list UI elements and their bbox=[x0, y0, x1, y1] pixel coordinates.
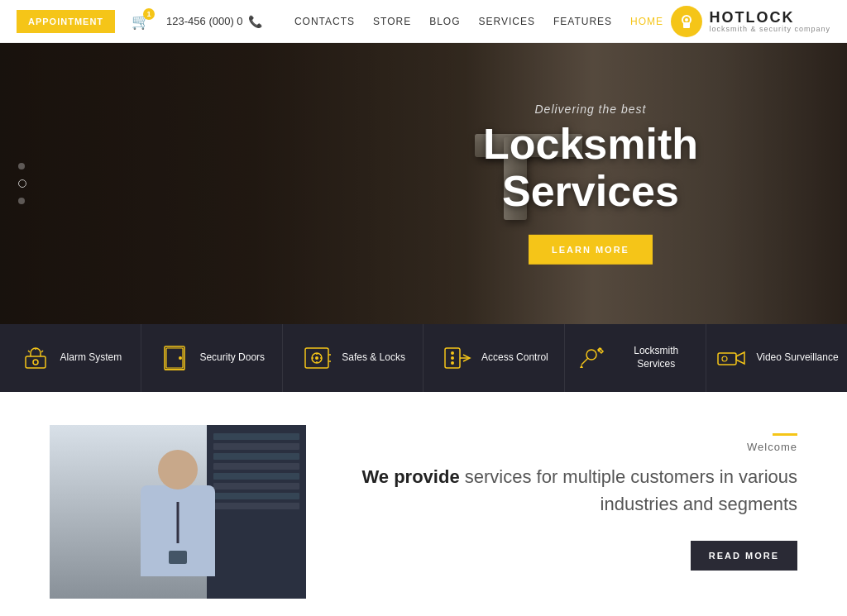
safe-icon bbox=[300, 341, 333, 375]
service-surveillance[interactable]: Video Surveillance bbox=[706, 324, 847, 392]
logo-icon bbox=[671, 6, 702, 37]
cart-icon-wrap[interactable]: 🛒 1 bbox=[132, 12, 150, 31]
hero-title: Locksmith Services bbox=[483, 121, 698, 215]
header: APPOINTMENT 🛒 1 123-456 (000) 0 📞 CONTAC… bbox=[0, 0, 847, 43]
nav-home[interactable]: HOME bbox=[630, 16, 663, 27]
welcome-line bbox=[773, 433, 797, 436]
svg-point-24 bbox=[451, 361, 454, 365]
lock-icon bbox=[677, 12, 696, 31]
camera-icon bbox=[715, 341, 748, 375]
svg-point-14 bbox=[315, 356, 318, 360]
svg-point-23 bbox=[451, 356, 454, 360]
tech-lanyard bbox=[177, 502, 179, 543]
svg-line-7 bbox=[28, 351, 30, 352]
welcome-heading: We provide services for multiple custome… bbox=[356, 463, 797, 518]
hero-dot-2[interactable] bbox=[18, 179, 26, 188]
logo-subtitle: locksmith & security company bbox=[709, 25, 830, 33]
hero-dot-3[interactable] bbox=[18, 198, 25, 204]
cart-badge: 1 bbox=[143, 8, 155, 20]
access-icon bbox=[440, 341, 473, 375]
learn-more-button[interactable]: LEARN MORE bbox=[529, 235, 653, 265]
nav-features[interactable]: FEATURES bbox=[553, 16, 612, 27]
hero-section: Delivering the best Locksmith Services L… bbox=[0, 43, 847, 324]
alarm-icon bbox=[19, 341, 52, 375]
appointment-button[interactable]: APPOINTMENT bbox=[17, 10, 115, 33]
hero-overlay bbox=[0, 43, 847, 324]
svg-point-1 bbox=[685, 18, 688, 21]
logo: HOTLOCK locksmith & security company bbox=[671, 6, 830, 37]
technician-person bbox=[120, 450, 236, 599]
service-locksmith[interactable]: Locksmith Services bbox=[565, 324, 706, 392]
service-locksmith-label: Locksmith Services bbox=[615, 345, 697, 370]
service-alarm-label: Alarm System bbox=[60, 351, 122, 365]
service-access-label: Access Control bbox=[481, 351, 548, 365]
service-alarm[interactable]: Alarm System bbox=[0, 324, 141, 392]
read-more-button[interactable]: READ MORE bbox=[691, 541, 797, 571]
logo-text: HOTLOCK locksmith & security company bbox=[709, 10, 830, 33]
nav-blog[interactable]: BLOG bbox=[429, 16, 460, 27]
locksmith-icon bbox=[573, 341, 606, 375]
svg-rect-3 bbox=[26, 356, 45, 368]
welcome-section: Welcome We provide services for multiple… bbox=[0, 392, 847, 616]
services-bar: Alarm System Security Doors Safes & Lock… bbox=[0, 324, 847, 392]
welcome-label: Welcome bbox=[747, 441, 797, 453]
welcome-bold: We provide bbox=[361, 466, 459, 487]
door-icon bbox=[158, 341, 191, 375]
service-safes-label: Safes & Locks bbox=[342, 351, 405, 365]
tech-badge bbox=[169, 551, 187, 564]
svg-point-10 bbox=[179, 356, 182, 360]
hero-content: Delivering the best Locksmith Services L… bbox=[483, 103, 698, 265]
hero-dot-1[interactable] bbox=[18, 163, 25, 170]
elec-row bbox=[213, 433, 299, 440]
welcome-image bbox=[50, 425, 306, 599]
logo-title: HOTLOCK bbox=[709, 10, 830, 25]
svg-line-6 bbox=[41, 351, 43, 352]
phone-number: 123-456 (000) 0 📞 bbox=[166, 15, 262, 28]
tech-body bbox=[141, 485, 215, 576]
welcome-label-wrap: Welcome bbox=[356, 433, 797, 453]
service-doors-label: Security Doors bbox=[199, 351, 265, 365]
nav-store[interactable]: STORE bbox=[373, 16, 411, 27]
svg-rect-2 bbox=[683, 22, 690, 28]
hero-dots bbox=[18, 163, 26, 204]
nav-services[interactable]: SERVICES bbox=[479, 16, 535, 27]
svg-point-26 bbox=[586, 350, 596, 360]
welcome-rest: services for multiple customers in vario… bbox=[460, 466, 797, 514]
hero-subtitle: Delivering the best bbox=[483, 103, 698, 116]
main-nav: CONTACTS STORE BLOG SERVICES FEATURES HO… bbox=[287, 16, 672, 27]
tech-head bbox=[158, 450, 198, 489]
svg-point-4 bbox=[33, 360, 38, 365]
nav-contacts[interactable]: CONTACTS bbox=[294, 16, 355, 27]
phone-icon: 📞 bbox=[248, 15, 262, 28]
svg-point-22 bbox=[451, 351, 454, 355]
service-access[interactable]: Access Control bbox=[424, 324, 565, 392]
service-safes[interactable]: Safes & Locks bbox=[283, 324, 424, 392]
welcome-text: Welcome We provide services for multiple… bbox=[356, 425, 797, 571]
service-doors[interactable]: Security Doors bbox=[141, 324, 283, 392]
elec-row bbox=[213, 443, 299, 450]
service-surveillance-label: Video Surveillance bbox=[756, 351, 838, 365]
svg-point-28 bbox=[722, 356, 727, 361]
